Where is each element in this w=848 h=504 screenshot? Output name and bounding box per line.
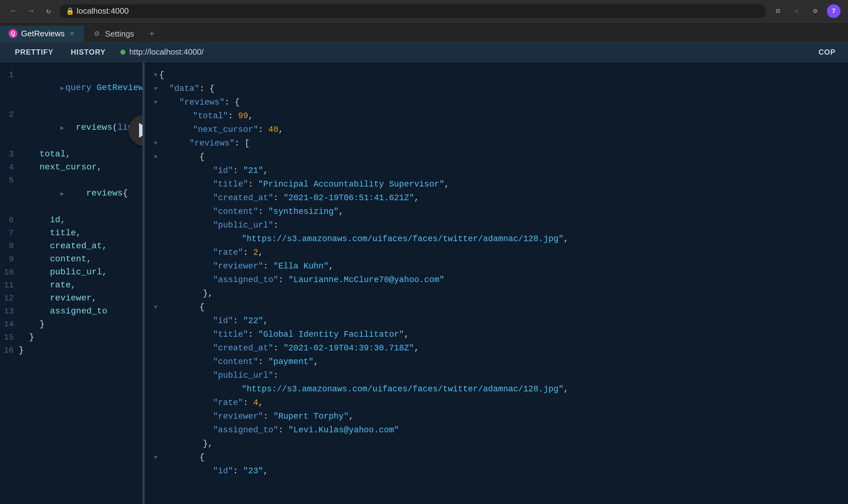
resp-line: "public_url": [154, 369, 842, 382]
collapse-arrow[interactable]: ▶ [60, 85, 64, 92]
query-line-11: 11 rate, [3, 279, 136, 292]
address-bar[interactable]: 🔒 localhost:4000 [59, 4, 766, 18]
line-content: created_at, [19, 239, 136, 253]
resp-line: "content": "payment", [154, 355, 842, 369]
collapse-arrow[interactable]: ▼ [154, 137, 157, 150]
collapse-arrow[interactable]: ▼ [154, 95, 157, 109]
settings-tab-icon: ⚙ [92, 30, 101, 38]
resp-line: "next_cursor": 40, [154, 123, 842, 137]
query-line-14: 14 } [3, 318, 136, 331]
resp-line: "reviewer": "Rupert Torphy", [154, 410, 842, 423]
query-panel: 1 ▶query GetReviews { 2 ▶ reviews(limit:… [0, 62, 143, 504]
line-content: } [19, 344, 136, 357]
prettify-button[interactable]: PRETTIFY [6, 45, 62, 59]
line-number: 9 [3, 253, 19, 266]
line-number: 1 [3, 68, 19, 81]
query-line-1: 1 ▶query GetReviews { [3, 68, 136, 108]
browser-chrome: ← → ↻ 🔒 localhost:4000 ⊟ ☆ ⚙ 7 [0, 0, 848, 22]
line-content: } [19, 318, 136, 331]
line-number: 13 [3, 305, 19, 318]
line-number: 7 [3, 227, 19, 239]
line-number: 14 [3, 318, 19, 331]
graphql-icon: Q [9, 29, 17, 38]
history-button[interactable]: HISTORY [62, 45, 114, 59]
line-content: rate, [19, 279, 136, 292]
collapse-arrow[interactable]: ▼ [154, 301, 157, 314]
line-content: assigned_to [19, 305, 136, 318]
main-content: 1 ▶query GetReviews { 2 ▶ reviews(limit:… [0, 62, 848, 504]
line-content: next_cursor, [19, 161, 136, 174]
resp-line: ▼ "reviews": [ [154, 137, 842, 150]
line-number: 3 [3, 148, 19, 161]
query-line-15: 15 } [3, 331, 136, 344]
query-line-5: 5 ▶ reviews{ [3, 174, 136, 214]
refresh-button[interactable]: ↻ [42, 5, 55, 17]
copy-button[interactable]: COP [818, 48, 842, 56]
resp-line: }, [154, 287, 842, 301]
query-line-6: 6 id, [3, 214, 136, 227]
line-content: ▶query GetReviews { [19, 68, 143, 108]
url-bar[interactable]: http://localhost:4000/ [114, 47, 818, 57]
new-tab-button[interactable]: + [143, 26, 161, 42]
toolbar: PRETTIFY HISTORY http://localhost:4000/ … [0, 42, 848, 62]
collapse-arrow[interactable]: ▼ [154, 68, 157, 82]
resp-line: "assigned_to": "Laurianne.McClure70@yaho… [154, 273, 842, 287]
line-content: ▶ reviews(limit:20, after_id:20){ [19, 108, 143, 148]
forward-button[interactable]: → [25, 5, 37, 17]
tab-bar: Q GetReviews ✕ ⚙ Settings + [0, 22, 848, 42]
query-line-2: 2 ▶ reviews(limit:20, after_id:20){ [3, 108, 136, 148]
collapse-arrow[interactable]: ▼ [154, 150, 157, 164]
line-number: 10 [3, 266, 19, 279]
line-number: 5 [3, 174, 19, 187]
back-button[interactable]: ← [7, 5, 20, 17]
address-text: localhost:4000 [77, 6, 129, 16]
resp-line: ▼ { [154, 150, 842, 164]
line-content: public_url, [19, 266, 136, 279]
query-line-3: 3 total, [3, 148, 136, 161]
user-avatar: 7 [827, 4, 841, 18]
collapse-arrow[interactable]: ▶ [60, 190, 64, 197]
settings-icon[interactable]: ⚙ [808, 4, 822, 18]
query-line-4: 4 next_cursor, [3, 161, 136, 174]
line-number: 12 [3, 292, 19, 305]
query-line-10: 10 public_url, [3, 266, 136, 279]
line-content: total, [19, 148, 136, 161]
resp-line: "total": 99, [154, 109, 842, 123]
collapse-arrow[interactable]: ▶ [60, 124, 64, 131]
resp-line: "https://s3.amazonaws.com/uifaces/faces/… [154, 232, 842, 246]
bookmark-icon[interactable]: ☆ [790, 4, 803, 18]
tab-close-icon[interactable]: ✕ [70, 30, 75, 37]
tab-getreviews[interactable]: Q GetReviews ✕ [0, 26, 84, 42]
resp-line: ▼ { [154, 451, 842, 464]
line-content: ▶ reviews{ [19, 174, 136, 214]
resp-line: "id": "23", [154, 464, 842, 478]
user-menu[interactable]: 7 [827, 4, 841, 18]
query-line-7: 7 title, [3, 227, 136, 239]
resp-line: "created_at": "2021-02-19T06:51:41.621Z"… [154, 191, 842, 205]
query-line-8: 8 created_at, [3, 239, 136, 253]
resp-line: ▼ "reviews": { [154, 95, 842, 109]
collapse-arrow[interactable]: ▼ [154, 451, 157, 464]
query-line-16: 16 } [3, 344, 136, 357]
collapse-arrow[interactable]: ▼ [154, 82, 157, 95]
resp-line: "public_url": [154, 218, 842, 232]
line-number: 4 [3, 161, 19, 174]
line-content: reviewer, [19, 292, 136, 305]
line-number: 6 [3, 214, 19, 227]
resp-line: "assigned_to": "Levi.Kulas@yahoo.com" [154, 423, 842, 437]
resp-line: "id": "22", [154, 314, 842, 328]
tab-getreviews-label: GetReviews [21, 29, 65, 38]
response-panel: ▼{ ▼ "data": { ▼ "reviews": { "total": 9… [145, 62, 848, 504]
resp-line: "title": "Global Identity Facilitator", [154, 328, 842, 341]
resp-line: "rate": 4, [154, 396, 842, 410]
tab-settings[interactable]: ⚙ Settings [84, 26, 143, 42]
line-content: id, [19, 214, 136, 227]
endpoint-url: http://localhost:4000/ [129, 47, 204, 57]
line-number: 15 [3, 331, 19, 344]
connection-status-dot [121, 50, 125, 55]
screenshot-icon[interactable]: ⊟ [771, 4, 785, 18]
lock-icon: 🔒 [66, 7, 74, 15]
resp-line: ▼ "data": { [154, 82, 842, 95]
line-content: } [19, 331, 136, 344]
resp-line: "reviewer": "Ella Kuhn", [154, 259, 842, 273]
